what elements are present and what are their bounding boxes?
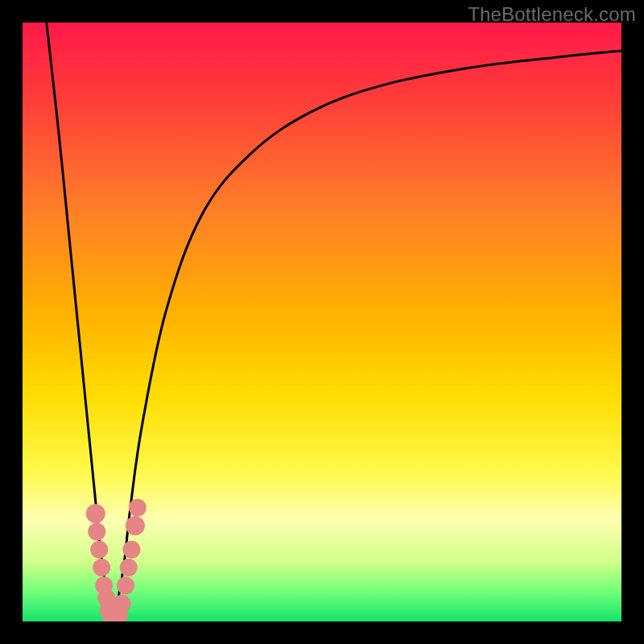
data-marker (122, 541, 140, 559)
data-marker (90, 541, 108, 559)
chart-plot-area (23, 23, 621, 621)
data-marker (117, 576, 134, 594)
chart-background-gradient (23, 23, 621, 621)
data-marker (114, 595, 131, 613)
chart-frame: TheBottleneck.com (0, 0, 644, 644)
data-marker (120, 559, 138, 576)
data-marker (93, 559, 110, 576)
data-marker (129, 499, 147, 517)
data-marker (88, 522, 105, 540)
data-marker (86, 504, 105, 523)
chart-svg (23, 23, 621, 621)
watermark-text: TheBottleneck.com (468, 3, 636, 26)
data-marker (126, 516, 145, 535)
